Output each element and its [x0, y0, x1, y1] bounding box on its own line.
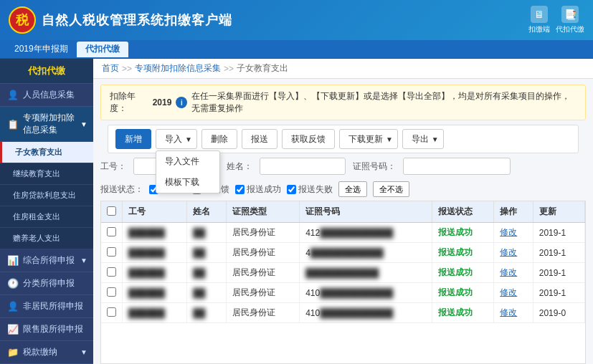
export-button[interactable]: 导出 ▼	[402, 129, 444, 149]
sidebar-item-nonresident[interactable]: 👤 非居民所得申报	[0, 295, 93, 318]
cell-checkbox[interactable]	[101, 263, 123, 283]
cell-action[interactable]: 修改	[494, 303, 533, 323]
header-icon-withholding[interactable]: 📑 代扣代缴	[556, 6, 584, 34]
status-success-checkbox[interactable]	[235, 185, 245, 194]
breadcrumb: 首页 >> 专项附加扣除信息采集 >> 子女教育支出	[93, 59, 593, 79]
submit-button[interactable]: 报送	[242, 129, 277, 149]
sidebar-item-cont-edu[interactable]: 继续教育支出	[0, 163, 93, 185]
toolbar: 新增 导入 ▼ 导入文件 模板下载 删除 报送 获取反馈 下载更新 ▼	[108, 125, 579, 153]
status-failed-label[interactable]: 报送失败	[287, 183, 333, 196]
row-checkbox-2[interactable]	[107, 267, 116, 277]
withholding-icon: 📑	[561, 6, 579, 23]
cell-checkbox[interactable]	[101, 283, 123, 303]
modify-link[interactable]: 修改	[500, 227, 517, 237]
cell-checkbox[interactable]	[101, 303, 123, 323]
cell-id-type: 居民身份证	[226, 223, 299, 243]
sidebar-item-housing-rent[interactable]: 住房租金支出	[0, 206, 93, 228]
cell-work-id: ██████	[123, 223, 187, 243]
cell-name: ██	[187, 263, 226, 283]
sidebar-item-tax[interactable]: 📁 税款缴纳 ▼	[0, 341, 93, 364]
equity-icon: 📈	[7, 324, 19, 335]
app-logo: 税	[9, 6, 36, 34]
status-filter-label: 报送状态：	[100, 183, 143, 196]
sidebar-item-elderly[interactable]: 赡养老人支出	[0, 228, 93, 249]
table-header-row: 工号 姓名 证照类型 证照号码 报送状态 操作 更新	[101, 201, 585, 223]
sidebar-item-equity[interactable]: 📈 限售股所得申报	[0, 318, 93, 341]
cell-name: ██	[187, 283, 226, 303]
table-row: ██████ ██ 居民身份证 ████████████ 报送成功 修改 201…	[101, 263, 585, 283]
tab-bar: 2019年申报期 代扣代缴	[0, 40, 593, 59]
col-action: 操作	[494, 201, 533, 223]
row-checkbox-4[interactable]	[107, 307, 116, 317]
cell-action[interactable]: 修改	[494, 223, 533, 243]
cell-checkbox[interactable]	[101, 223, 123, 243]
year-label: 扣除年度：	[110, 90, 148, 115]
cell-update: 2019-1	[533, 283, 584, 303]
special-icon: 📋	[7, 119, 19, 130]
tab-withholding[interactable]: 代扣代缴	[77, 42, 128, 57]
download-update-button[interactable]: 下载更新 ▼	[339, 129, 398, 149]
id-num-input[interactable]	[403, 158, 511, 175]
personnel-icon: 👤	[7, 90, 19, 100]
template-download-item[interactable]: 模板下载	[156, 172, 219, 193]
info-badge: i	[176, 97, 187, 108]
col-checkbox	[101, 201, 123, 223]
cell-action[interactable]: 修改	[494, 263, 533, 283]
client-icon: 🖥	[531, 6, 548, 23]
col-status: 报送状态	[432, 201, 493, 223]
cell-update: 2019-1	[533, 263, 584, 283]
breadcrumb-home[interactable]: 首页	[102, 62, 119, 75]
import-button[interactable]: 导入 ▼	[156, 129, 197, 149]
sidebar-header: 代扣代缴	[0, 59, 93, 84]
export-arrow: ▼	[432, 135, 439, 143]
sidebar-item-child-edu[interactable]: 子女教育支出	[0, 142, 93, 163]
header-icons: 🖥 扣缴端 📑 代扣代缴	[528, 6, 584, 34]
info-tip: 在任一采集界面进行【导入】、【下载更新】或是选择【导出全部】，均是对所有采集项目…	[191, 90, 577, 115]
modify-link[interactable]: 修改	[500, 247, 517, 257]
name-input[interactable]	[260, 158, 346, 175]
delete-button[interactable]: 删除	[201, 129, 237, 149]
sidebar-item-special[interactable]: 📋 专项附加扣除信息采集 ▼	[0, 107, 93, 142]
col-update: 更新	[533, 201, 584, 223]
comprehensive-arrow: ▼	[80, 257, 87, 264]
tab-2019[interactable]: 2019年申报期	[6, 42, 77, 57]
cell-work-id: ██████	[123, 263, 187, 283]
cell-action[interactable]: 修改	[494, 283, 533, 303]
cell-action[interactable]: 修改	[494, 243, 533, 263]
sidebar: 代扣代缴 👤 人员信息采集 📋 专项附加扣除信息采集 ▼ 子女教育支出 继续教育…	[0, 59, 93, 364]
id-num-label: 证照号码：	[353, 161, 396, 173]
income-icon: 🕐	[7, 278, 19, 289]
import-dropdown-wrapper: 导入 ▼ 导入文件 模板下载	[156, 129, 197, 149]
breadcrumb-level1[interactable]: 专项附加扣除信息采集	[135, 62, 221, 75]
sidebar-item-housing-loan[interactable]: 住房贷款利息支出	[0, 185, 93, 206]
row-checkbox-3[interactable]	[107, 287, 116, 297]
nonresident-icon: 👤	[7, 301, 19, 312]
info-bar: 扣除年度： 2019 i 在任一采集界面进行【导入】、【下载更新】或是选择【导出…	[100, 85, 586, 120]
modify-link[interactable]: 修改	[500, 267, 517, 277]
cell-id-num: ████████████	[300, 263, 432, 283]
deselect-all-button[interactable]: 全不选	[373, 181, 409, 197]
row-checkbox-0[interactable]	[107, 227, 116, 236]
modify-link[interactable]: 修改	[500, 287, 517, 297]
cell-status: 报送成功	[432, 263, 493, 283]
cell-checkbox[interactable]	[101, 243, 123, 263]
cell-id-type: 居民身份证	[226, 263, 299, 283]
status-success-label[interactable]: 报送成功	[235, 183, 281, 196]
sidebar-item-income[interactable]: 🕐 分类所得申报	[0, 272, 93, 295]
import-arrow: ▼	[185, 135, 192, 143]
row-checkbox-1[interactable]	[107, 247, 116, 257]
status-failed-checkbox[interactable]	[287, 185, 296, 194]
add-button[interactable]: 新增	[115, 129, 151, 149]
header-icon-client[interactable]: 🖥 扣缴端	[528, 6, 550, 34]
cell-id-num: 412████████████	[300, 223, 432, 243]
select-all-table-checkbox[interactable]	[107, 206, 116, 216]
import-file-item[interactable]: 导入文件	[156, 151, 219, 172]
sidebar-item-personnel[interactable]: 👤 人员信息采集	[0, 84, 93, 107]
cell-update: 2019-1	[533, 243, 584, 263]
col-work-id: 工号	[123, 201, 187, 223]
select-all-button[interactable]: 全选	[338, 181, 367, 197]
get-feedback-button[interactable]: 获取反馈	[282, 129, 335, 149]
col-id-num: 证照号码	[300, 201, 432, 223]
sidebar-item-comprehensive[interactable]: 📊 综合所得申报 ▼	[0, 249, 93, 272]
modify-link[interactable]: 修改	[500, 307, 517, 317]
